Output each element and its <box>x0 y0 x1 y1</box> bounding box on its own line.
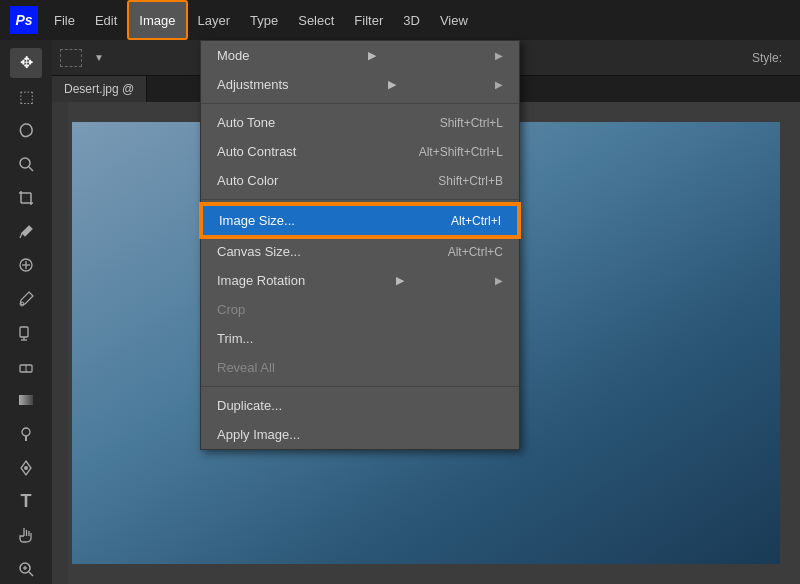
gradient-tool[interactable] <box>10 386 42 416</box>
menu-item-auto-tone[interactable]: Auto Tone Shift+Ctrl+L <box>201 108 519 137</box>
left-toolbar: ✥ ⬚ <box>0 40 52 584</box>
dodge-tool[interactable] <box>10 419 42 449</box>
image-menu-dropdown: Mode ▶ Adjustments ▶ Auto Tone Shift+Ctr… <box>200 40 520 450</box>
menu-bar: Ps File Edit Image Layer Type Select Fil… <box>0 0 800 40</box>
svg-line-6 <box>20 233 22 238</box>
menu-item-adjustments-label: Adjustments <box>217 77 289 92</box>
menu-item-adjustments[interactable]: Adjustments ▶ <box>201 70 519 99</box>
ps-logo: Ps <box>8 4 40 36</box>
marquee-tool[interactable]: ⬚ <box>10 82 42 112</box>
menu-filter[interactable]: Filter <box>344 0 393 40</box>
style-label: Style: <box>752 51 792 65</box>
submenu-arrow-adjustments: ▶ <box>388 78 396 91</box>
svg-rect-11 <box>20 327 28 337</box>
menu-item-auto-contrast[interactable]: Auto Contrast Alt+Shift+Ctrl+L <box>201 137 519 166</box>
menu-item-image-rotation-label: Image Rotation <box>217 273 305 288</box>
menu-edit[interactable]: Edit <box>85 0 127 40</box>
menu-item-auto-tone-shortcut: Shift+Ctrl+L <box>440 116 503 130</box>
menu-item-canvas-size-shortcut: Alt+Ctrl+C <box>448 245 503 259</box>
ps-logo-inner: Ps <box>10 6 38 34</box>
menu-select[interactable]: Select <box>288 0 344 40</box>
hand-tool[interactable] <box>10 521 42 551</box>
quick-select-tool[interactable] <box>10 149 42 179</box>
move-tool[interactable]: ✥ <box>10 48 42 78</box>
options-arrow: ▼ <box>94 52 104 63</box>
menu-item-trim-label: Trim... <box>217 331 253 346</box>
svg-point-19 <box>24 466 28 470</box>
menu-item-apply-image[interactable]: Apply Image... <box>201 420 519 449</box>
doc-tab-desert[interactable]: Desert.jpg @ <box>52 76 147 102</box>
menu-type[interactable]: Type <box>240 0 288 40</box>
pen-tool[interactable] <box>10 453 42 483</box>
divider-3 <box>201 386 519 387</box>
menu-item-trim[interactable]: Trim... <box>201 324 519 353</box>
text-tool[interactable]: T <box>10 487 42 517</box>
menu-item-image-size-label: Image Size... <box>219 213 295 228</box>
menu-layer[interactable]: Layer <box>188 0 241 40</box>
menu-item-canvas-size[interactable]: Canvas Size... Alt+Ctrl+C <box>201 237 519 266</box>
menu-view[interactable]: View <box>430 0 478 40</box>
healing-brush-tool[interactable] <box>10 251 42 281</box>
submenu-arrow-rotation: ▶ <box>396 274 404 287</box>
menu-item-auto-color[interactable]: Auto Color Shift+Ctrl+B <box>201 166 519 195</box>
svg-point-17 <box>22 428 30 436</box>
menu-item-image-size[interactable]: Image Size... Alt+Ctrl+I <box>201 204 519 237</box>
svg-point-0 <box>20 158 30 168</box>
menu-item-mode[interactable]: Mode ▶ <box>201 41 519 70</box>
menu-item-duplicate[interactable]: Duplicate... <box>201 391 519 420</box>
zoom-tool[interactable] <box>10 554 42 584</box>
menu-item-auto-color-shortcut: Shift+Ctrl+B <box>438 174 503 188</box>
menu-item-duplicate-label: Duplicate... <box>217 398 282 413</box>
menu-item-auto-tone-label: Auto Tone <box>217 115 275 130</box>
selection-indicator <box>60 49 82 67</box>
menu-item-image-size-shortcut: Alt+Ctrl+I <box>451 214 501 228</box>
svg-line-21 <box>29 572 33 576</box>
crop-tool[interactable] <box>10 183 42 213</box>
menu-file[interactable]: File <box>44 0 85 40</box>
menu-item-crop-label: Crop <box>217 302 245 317</box>
clone-stamp-tool[interactable] <box>10 318 42 348</box>
svg-line-1 <box>29 167 33 171</box>
submenu-arrow-mode: ▶ <box>368 49 376 62</box>
eraser-tool[interactable] <box>10 352 42 382</box>
menu-item-reveal-all-label: Reveal All <box>217 360 275 375</box>
brush-tool[interactable] <box>10 284 42 314</box>
divider-2 <box>201 199 519 200</box>
eyedropper-tool[interactable] <box>10 217 42 247</box>
dropdown-menu: Mode ▶ Adjustments ▶ Auto Tone Shift+Ctr… <box>200 40 520 450</box>
menu-item-image-rotation[interactable]: Image Rotation ▶ <box>201 266 519 295</box>
svg-rect-16 <box>19 395 33 405</box>
menu-image[interactable]: Image <box>127 0 187 40</box>
divider-1 <box>201 103 519 104</box>
menu-item-apply-image-label: Apply Image... <box>217 427 300 442</box>
menu-item-auto-color-label: Auto Color <box>217 173 278 188</box>
menu-item-canvas-size-label: Canvas Size... <box>217 244 301 259</box>
menu-item-auto-contrast-label: Auto Contrast <box>217 144 297 159</box>
menu-item-mode-label: Mode <box>217 48 250 63</box>
ruler-left <box>52 102 68 584</box>
menu-item-crop[interactable]: Crop <box>201 295 519 324</box>
lasso-tool[interactable] <box>10 116 42 146</box>
menu-item-reveal-all[interactable]: Reveal All <box>201 353 519 382</box>
menu-item-auto-contrast-shortcut: Alt+Shift+Ctrl+L <box>419 145 503 159</box>
menu-3d[interactable]: 3D <box>393 0 430 40</box>
